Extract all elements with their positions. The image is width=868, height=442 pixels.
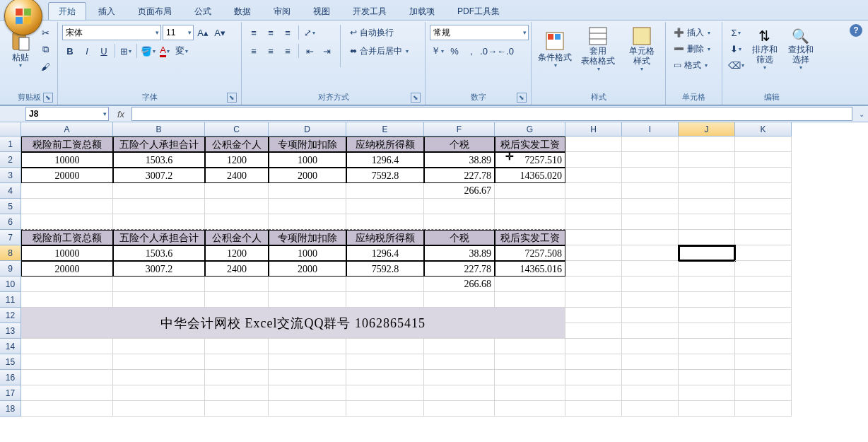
cell[interactable] xyxy=(205,385,269,401)
cell[interactable]: 227.78 xyxy=(424,261,495,277)
cell[interactable] xyxy=(679,339,735,354)
align-center-button[interactable]: ≡ xyxy=(263,43,278,59)
column-header[interactable]: C xyxy=(205,122,269,136)
comma-button[interactable]: , xyxy=(464,43,479,59)
cell[interactable] xyxy=(679,245,735,261)
cell[interactable] xyxy=(622,199,679,214)
cell[interactable]: 7592.8 xyxy=(346,261,424,277)
cell[interactable] xyxy=(679,292,735,308)
cell[interactable] xyxy=(622,245,679,261)
alignment-launcher[interactable]: ⬊ xyxy=(411,93,421,103)
cell[interactable] xyxy=(113,385,205,401)
tab-formulas[interactable]: 公式 xyxy=(184,2,222,20)
font-name-combo[interactable]: 宋体▾ xyxy=(62,25,161,40)
cell[interactable] xyxy=(269,401,346,417)
cell[interactable]: 公积金个人 xyxy=(205,230,269,245)
cell[interactable] xyxy=(565,183,622,199)
cell[interactable] xyxy=(679,277,735,292)
cell[interactable] xyxy=(622,385,679,401)
bold-button[interactable]: B xyxy=(62,43,78,59)
cell[interactable] xyxy=(21,370,113,385)
cell[interactable] xyxy=(735,261,792,277)
row-header[interactable]: 15 xyxy=(0,354,21,370)
cell[interactable]: 1200 xyxy=(205,245,269,261)
cell[interactable] xyxy=(21,199,113,214)
cell[interactable] xyxy=(21,401,113,417)
cell[interactable] xyxy=(113,183,205,199)
worksheet[interactable]: ABCDEFGHIJK1税险前工资总额五险个人承担合计公积金个人专项附加扣除应纳… xyxy=(0,122,868,442)
inc-decimal-button[interactable]: .0→ xyxy=(481,43,496,59)
tab-page-layout[interactable]: 页面布局 xyxy=(127,2,182,20)
cell[interactable] xyxy=(269,385,346,401)
find-select-button[interactable]: 🔍 查找和 选择▾ xyxy=(784,25,817,73)
cell[interactable] xyxy=(424,401,495,417)
cell[interactable] xyxy=(735,277,792,292)
cell[interactable] xyxy=(565,168,622,183)
cell[interactable] xyxy=(495,292,565,308)
row-header[interactable]: 2 xyxy=(0,152,21,168)
cell[interactable]: 38.89 xyxy=(424,152,495,168)
cell[interactable] xyxy=(735,339,792,354)
cell[interactable] xyxy=(21,385,113,401)
cell[interactable] xyxy=(269,183,346,199)
row-header[interactable]: 3 xyxy=(0,168,21,183)
currency-button[interactable]: ￥▾ xyxy=(430,43,445,59)
cell[interactable] xyxy=(565,308,622,323)
cell-styles-button[interactable]: 单元格 样式▾ xyxy=(623,25,661,73)
font-launcher[interactable]: ⬊ xyxy=(227,93,237,103)
row-header[interactable]: 1 xyxy=(0,136,21,152)
cell[interactable]: 2000 xyxy=(269,168,346,183)
cell[interactable] xyxy=(346,401,424,417)
cell[interactable] xyxy=(622,401,679,417)
formula-input[interactable] xyxy=(131,107,852,121)
cell[interactable] xyxy=(205,401,269,417)
cell[interactable]: 1296.4 xyxy=(346,152,424,168)
help-button[interactable]: ? xyxy=(850,24,862,37)
cell[interactable] xyxy=(679,385,735,401)
cell[interactable] xyxy=(622,136,679,152)
delete-cells-button[interactable]: ➖删除▾ xyxy=(670,41,717,57)
row-header[interactable]: 10 xyxy=(0,277,21,292)
cell[interactable]: 1503.6 xyxy=(113,245,205,261)
cell[interactable] xyxy=(21,183,113,199)
cell[interactable] xyxy=(735,385,792,401)
cell[interactable] xyxy=(622,168,679,183)
sort-filter-button[interactable]: ⇅ 排序和 筛选▾ xyxy=(748,25,781,73)
cell[interactable] xyxy=(21,292,113,308)
cell[interactable]: 38.89 xyxy=(424,245,495,261)
font-size-combo[interactable]: 11▾ xyxy=(163,25,194,40)
cell[interactable]: 2400 xyxy=(205,261,269,277)
cell[interactable]: 专项附加扣除 xyxy=(269,136,346,152)
cell[interactable] xyxy=(679,230,735,245)
tab-insert[interactable]: 插入 xyxy=(88,2,126,20)
row-header[interactable]: 14 xyxy=(0,339,21,354)
cell[interactable]: 2400 xyxy=(205,168,269,183)
align-left-button[interactable]: ≡ xyxy=(246,43,262,59)
cell[interactable] xyxy=(424,292,495,308)
cell[interactable] xyxy=(735,183,792,199)
cell[interactable] xyxy=(565,136,622,152)
cell[interactable] xyxy=(735,168,792,183)
cell[interactable] xyxy=(495,401,565,417)
cell[interactable] xyxy=(346,339,424,354)
insert-cells-button[interactable]: ➕插入▾ xyxy=(670,25,717,40)
cell[interactable] xyxy=(622,308,679,323)
cell[interactable] xyxy=(735,214,792,230)
row-header[interactable]: 9 xyxy=(0,261,21,277)
name-box[interactable]: J8 ▾ xyxy=(25,107,109,121)
cell[interactable] xyxy=(679,168,735,183)
clear-button[interactable]: ⌫▾ xyxy=(727,57,745,73)
cell[interactable]: 20000 xyxy=(21,261,113,277)
cell[interactable]: 7257.508 xyxy=(495,245,565,261)
cell[interactable] xyxy=(205,183,269,199)
cell[interactable] xyxy=(622,183,679,199)
cell[interactable] xyxy=(679,401,735,417)
cell[interactable]: 14365.020 xyxy=(495,168,565,183)
format-as-table-button[interactable]: 套用 表格格式▾ xyxy=(577,25,619,73)
cell[interactable]: 7592.8 xyxy=(346,168,424,183)
row-header[interactable]: 7 xyxy=(0,230,21,245)
cell[interactable]: 公积金个人 xyxy=(205,136,269,152)
tab-review[interactable]: 审阅 xyxy=(263,2,301,20)
cell[interactable] xyxy=(565,152,622,168)
cell[interactable]: 税险前工资总额 xyxy=(21,136,113,152)
